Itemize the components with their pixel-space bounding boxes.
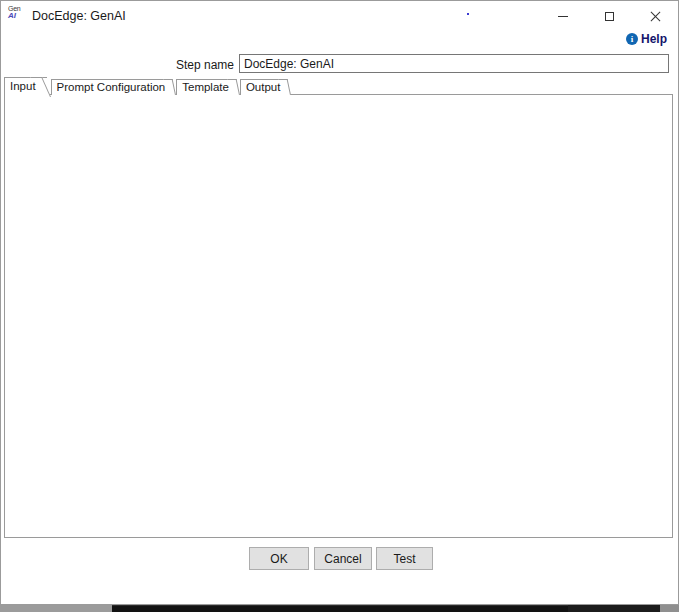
cursor-artifact-dot	[467, 13, 469, 15]
info-icon	[626, 33, 638, 45]
tab-template[interactable]: Template	[176, 79, 242, 95]
tab-page-input	[4, 94, 673, 538]
ok-button[interactable]: OK	[249, 547, 309, 570]
tab-prompt-configuration-label: Prompt Configuration	[57, 81, 166, 93]
close-icon	[650, 11, 661, 22]
background-strip	[660, 605, 679, 612]
window-title: DocEdge: GenAI	[32, 1, 126, 31]
title-bar: Gen AI DocEdge: GenAI	[1, 1, 678, 31]
help-label: Help	[641, 32, 667, 46]
help-link[interactable]: Help	[626, 31, 667, 46]
step-name-label: Step name	[1, 58, 234, 72]
background-strip	[112, 605, 568, 612]
tab-output-label: Output	[246, 81, 281, 93]
tab-input[interactable]: Input	[4, 77, 53, 96]
maximize-button[interactable]	[586, 1, 632, 31]
tab-strip: Input Prompt Configuration Template Outp…	[4, 77, 291, 95]
step-name-value: DocEdge: GenAI	[244, 57, 334, 71]
app-icon: Gen AI	[8, 5, 28, 27]
app-icon-text-bottom: AI	[8, 12, 28, 20]
close-button[interactable]	[632, 1, 678, 31]
minimize-button[interactable]	[540, 1, 586, 31]
screen: Gen AI DocEdge: GenAI Help Step name Doc…	[0, 0, 679, 612]
test-button[interactable]: Test	[376, 547, 433, 570]
background-strip	[568, 605, 660, 612]
step-name-input[interactable]: DocEdge: GenAI	[239, 54, 669, 73]
tab-output[interactable]: Output	[240, 79, 294, 95]
maximize-icon	[605, 12, 614, 21]
tab-input-label: Input	[10, 80, 36, 92]
background-strip	[0, 605, 112, 612]
cancel-button[interactable]: Cancel	[314, 547, 372, 570]
tab-template-label: Template	[182, 81, 229, 93]
dialog-window: Gen AI DocEdge: GenAI Help Step name Doc…	[0, 0, 679, 605]
tab-prompt-configuration[interactable]: Prompt Configuration	[51, 79, 179, 95]
minimize-icon	[558, 16, 568, 17]
